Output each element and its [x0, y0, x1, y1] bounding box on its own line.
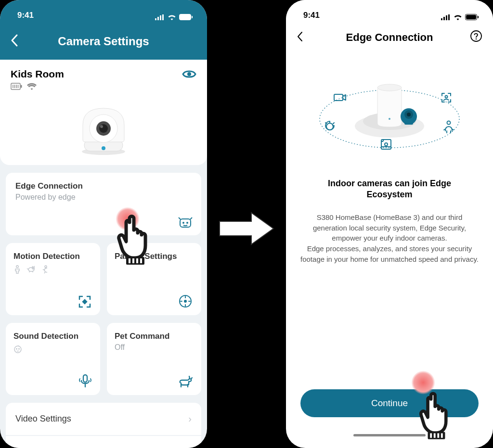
svg-rect-35 — [83, 375, 87, 382]
battery-icon — [11, 83, 22, 90]
tile-title: Edge Connection — [15, 181, 192, 191]
svg-rect-7 — [11, 83, 20, 90]
svg-point-61 — [326, 123, 333, 130]
svg-point-21 — [182, 222, 184, 224]
svg-point-19 — [100, 125, 103, 128]
svg-point-6 — [187, 72, 191, 76]
row-audio-settings[interactable]: Audio Settings › — [6, 436, 201, 448]
svg-rect-3 — [162, 14, 164, 20]
svg-rect-70 — [441, 433, 443, 437]
help-button[interactable] — [470, 30, 482, 42]
svg-point-15 — [102, 146, 105, 150]
svg-point-34 — [19, 348, 20, 349]
svg-rect-8 — [21, 85, 22, 88]
ai-robot-icon — [178, 216, 193, 229]
svg-point-58 — [407, 113, 411, 116]
svg-point-50 — [476, 38, 477, 39]
page-title: Camera Settings — [58, 35, 149, 48]
svg-rect-0 — [155, 18, 156, 20]
eye-icon[interactable] — [182, 69, 196, 79]
svg-rect-38 — [129, 258, 130, 263]
svg-point-55 — [389, 118, 390, 120]
tile-subtitle: Off — [115, 343, 194, 352]
screen-edge-connection: 9:41 Edge Connection — [286, 0, 493, 448]
svg-rect-45 — [448, 14, 450, 20]
svg-point-25 — [16, 266, 19, 268]
svg-rect-68 — [434, 433, 436, 437]
tile-title: Sound Detection — [13, 332, 92, 341]
svg-point-54 — [377, 84, 402, 91]
svg-point-33 — [16, 348, 17, 349]
svg-rect-41 — [140, 258, 142, 263]
svg-point-65 — [447, 121, 451, 125]
tile-motion-detection[interactable]: Motion Detection — [6, 243, 100, 315]
svg-rect-44 — [446, 15, 447, 20]
person-icon — [13, 265, 21, 274]
page-title: Edge Connection — [346, 31, 433, 44]
device-name: Kids Room — [11, 68, 64, 80]
status-time: 9:41 — [303, 11, 320, 20]
svg-rect-59 — [404, 122, 413, 125]
svg-rect-40 — [136, 258, 138, 263]
status-bar: 9:41 — [0, 0, 207, 23]
dog-icon — [178, 375, 193, 388]
hand-cursor-icon — [416, 391, 457, 441]
svg-rect-4 — [180, 14, 191, 20]
tile-subtitle: Powered by edge — [15, 193, 192, 202]
status-icons — [155, 14, 193, 20]
svg-rect-5 — [192, 16, 193, 18]
wifi-icon — [27, 83, 37, 90]
svg-line-23 — [179, 218, 181, 219]
baby-icon — [13, 345, 22, 354]
hand-cursor-icon — [114, 214, 157, 267]
target-icon — [178, 294, 193, 308]
focus-icon — [78, 295, 91, 308]
back-button[interactable] — [297, 31, 303, 42]
svg-point-63 — [385, 143, 388, 146]
svg-point-18 — [99, 124, 108, 133]
arrow-right-icon — [218, 211, 275, 246]
hero-illustration — [297, 64, 482, 155]
tile-title: Motion Detection — [13, 252, 92, 261]
svg-rect-1 — [157, 17, 159, 20]
camera-image — [11, 94, 196, 156]
svg-rect-29 — [82, 299, 87, 304]
tile-pet-command[interactable]: Pet Command Off — [107, 323, 201, 395]
svg-rect-60 — [334, 94, 343, 101]
tile-title: Pet Command — [115, 332, 194, 341]
svg-rect-69 — [437, 433, 439, 437]
svg-point-31 — [184, 300, 187, 303]
body-text: S380 HomeBase (HomeBase 3) and our third… — [297, 212, 482, 265]
status-bar: 9:41 — [286, 0, 493, 23]
continue-label: Continue — [371, 398, 408, 408]
tile-edge-connection[interactable]: Edge Connection Powered by edge — [6, 173, 201, 235]
home-indicator[interactable] — [353, 434, 426, 436]
tile-sound-detection[interactable]: Sound Detection — [6, 323, 100, 395]
svg-rect-43 — [443, 17, 445, 20]
running-icon — [40, 265, 48, 274]
svg-point-22 — [186, 222, 188, 224]
pet-icon — [26, 265, 36, 274]
screen-camera-settings: 9:41 Camera Settings Kids Room — [0, 0, 207, 448]
svg-rect-47 — [466, 15, 476, 19]
svg-rect-2 — [160, 15, 161, 20]
device-card: Kids Room — [0, 60, 207, 165]
svg-point-32 — [14, 346, 21, 353]
status-icons — [441, 14, 479, 20]
row-label: Video Settings — [15, 414, 71, 424]
heading: Indoor cameras can join Edge Ecosystem — [297, 178, 482, 201]
svg-line-24 — [190, 218, 192, 219]
header: Edge Connection — [286, 23, 493, 52]
header: Camera Settings — [0, 23, 207, 60]
svg-point-64 — [445, 96, 448, 98]
back-button[interactable] — [11, 34, 18, 47]
svg-point-49 — [471, 31, 481, 41]
svg-point-28 — [45, 266, 47, 268]
svg-rect-48 — [478, 16, 479, 18]
status-time: 9:41 — [17, 11, 34, 20]
svg-rect-39 — [132, 258, 134, 263]
chevron-right-icon: › — [188, 413, 192, 424]
microphone-icon — [79, 374, 91, 388]
svg-rect-67 — [430, 433, 432, 437]
row-video-settings[interactable]: Video Settings › — [6, 403, 201, 435]
